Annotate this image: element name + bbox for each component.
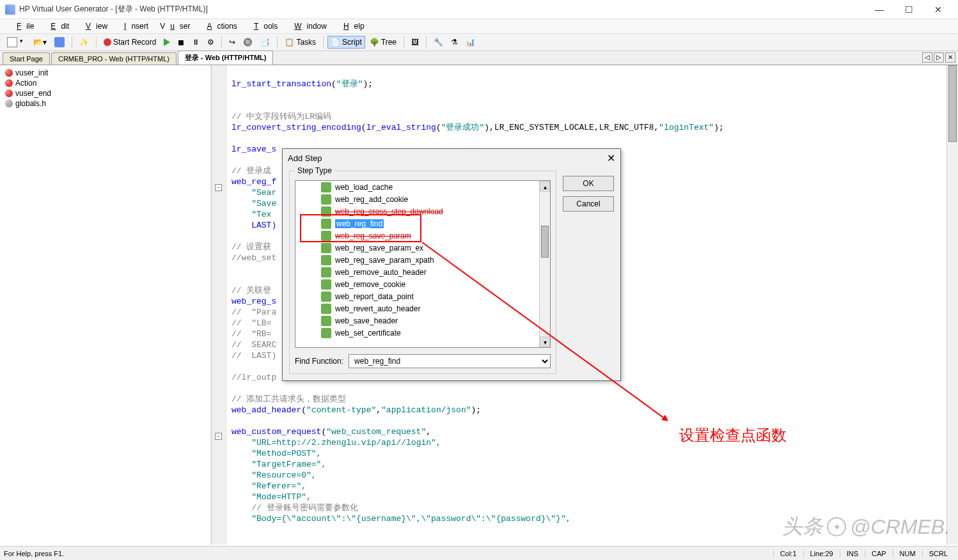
tree-item-globals[interactable]: globals.h: [3, 98, 208, 109]
wand-button[interactable]: ✨: [76, 36, 92, 49]
tool-2-button[interactable]: ⚗: [448, 36, 461, 49]
menu-insert[interactable]: Insert: [114, 20, 153, 32]
fold-icon[interactable]: −: [215, 184, 222, 191]
step-type-item[interactable]: web_reg_save_param: [295, 229, 550, 242]
new-script-button[interactable]: [4, 35, 29, 49]
status-help: For Help, press F1.: [4, 550, 773, 557]
tree-item-vuser-init[interactable]: vuser_init: [3, 68, 208, 78]
step-type-item[interactable]: web_load_cache: [295, 181, 550, 193]
tool-3-button[interactable]: 📊: [462, 36, 478, 49]
step-type-item[interactable]: web_set_certificate: [295, 327, 550, 339]
tasks-button[interactable]: 📋Tasks: [281, 36, 319, 49]
tab-start-page[interactable]: Start Page: [3, 52, 50, 65]
step-type-item[interactable]: web_save_header: [295, 315, 550, 327]
breakpoint-button[interactable]: 🔘: [240, 36, 256, 49]
menu-edit[interactable]: Edit: [40, 20, 74, 32]
function-icon: [321, 328, 331, 338]
script-view-button[interactable]: 📄Script: [327, 36, 365, 49]
status-num: NUM: [893, 550, 922, 557]
function-icon: [321, 219, 331, 229]
window-title: HP Virtual User Generator - [登录 - Web (H…: [19, 4, 865, 15]
maximize-button[interactable]: ☐: [894, 0, 923, 19]
watermark-icon: ✦: [827, 517, 846, 536]
step-type-label: Step Type: [295, 166, 334, 175]
tab-login[interactable]: 登录 - Web (HTTP/HTML): [178, 51, 274, 65]
menu-window[interactable]: Window: [284, 20, 332, 32]
add-step-dialog: Add Step ✕ Step Type web_load_cacheweb_r…: [282, 148, 621, 381]
ok-button[interactable]: OK: [563, 176, 614, 191]
status-cap: CAP: [865, 550, 893, 557]
tab-close-button[interactable]: ✕: [945, 52, 955, 63]
start-record-button[interactable]: Start Record: [100, 36, 159, 49]
dialog-close-button[interactable]: ✕: [607, 152, 615, 164]
save-button[interactable]: [51, 35, 68, 49]
toolbar: 📂▾ ✨ Start Record ◼ ⏸ ⚙ ↪ 🔘 📑 📋Tasks 📄Sc…: [0, 33, 958, 51]
tab-crmeb[interactable]: CRMEB_PRO - Web (HTTP/HTML): [51, 52, 177, 65]
step-type-list[interactable]: web_load_cacheweb_reg_add_cookieweb_reg_…: [295, 180, 551, 348]
step-type-item[interactable]: web_reg_find: [295, 217, 550, 229]
pause-button[interactable]: ⏸: [189, 36, 203, 49]
snapshot-button[interactable]: 🖼: [408, 36, 422, 49]
action-tree: vuser_init Action vuser_end globals.h: [0, 65, 212, 545]
fold-icon[interactable]: −: [215, 433, 222, 440]
list-scrollbar[interactable]: ▴ ▾: [539, 181, 550, 347]
watermark: 头条 ✦ @CRMEB.: [782, 513, 950, 541]
step-type-item[interactable]: web_revert_auto_header: [295, 302, 550, 315]
tab-prev-button[interactable]: ◁: [922, 52, 932, 63]
document-tabs: Start Page CRMEB_PRO - Web (HTTP/HTML) 登…: [0, 51, 958, 65]
menu-vuser[interactable]: Vuser: [155, 20, 195, 32]
scroll-down-button[interactable]: ▾: [540, 336, 550, 347]
annotation-text: 设置检查点函数: [679, 425, 787, 446]
function-icon: [321, 292, 331, 302]
step-type-item[interactable]: web_reg_add_cookie: [295, 193, 550, 205]
step-type-item[interactable]: web_report_data_point: [295, 290, 550, 302]
function-icon: [321, 231, 331, 241]
tree-item-vuser-end[interactable]: vuser_end: [3, 88, 208, 98]
status-ins: INS: [840, 550, 865, 557]
step-over-button[interactable]: ↪: [226, 36, 239, 49]
find-function-label: Find Function:: [295, 357, 343, 366]
status-line: Line:29: [803, 550, 840, 557]
compile-button[interactable]: ⚙: [204, 36, 217, 49]
minimize-button[interactable]: —: [865, 0, 894, 19]
function-icon: [321, 267, 331, 277]
status-col: Col:1: [773, 550, 803, 557]
play-button[interactable]: [161, 36, 173, 48]
function-icon: [321, 243, 331, 253]
function-icon: [321, 279, 331, 290]
menu-help[interactable]: Help: [333, 20, 370, 32]
step-type-group: Step Type web_load_cacheweb_reg_add_cook…: [289, 171, 556, 374]
step-type-item[interactable]: web_reg_save_param_xpath: [295, 254, 550, 266]
menu-tools[interactable]: Tools: [244, 20, 283, 32]
bookmark-button[interactable]: 📑: [257, 36, 273, 49]
step-type-item[interactable]: web_remove_auto_header: [295, 266, 550, 278]
vertical-scrollbar[interactable]: [946, 65, 958, 545]
function-icon: [321, 194, 331, 205]
function-icon: [321, 206, 331, 217]
scroll-up-button[interactable]: ▴: [540, 181, 550, 192]
menu-view[interactable]: View: [75, 20, 113, 32]
status-scrl: SCRL: [922, 550, 954, 557]
close-button[interactable]: ✕: [923, 0, 953, 19]
title-bar: HP Virtual User Generator - [登录 - Web (H…: [0, 0, 958, 19]
function-icon: [321, 182, 331, 192]
step-type-item[interactable]: web_reg_save_param_ex: [295, 242, 550, 254]
stop-button[interactable]: ◼: [175, 36, 187, 49]
app-icon: [5, 4, 15, 15]
menu-actions[interactable]: Actions: [197, 20, 242, 32]
tree-item-action[interactable]: Action: [3, 78, 208, 88]
tab-next-button[interactable]: ▷: [934, 52, 944, 63]
open-button[interactable]: 📂▾: [30, 36, 50, 49]
step-type-item[interactable]: web_remove_cookie: [295, 278, 550, 290]
cancel-button[interactable]: Cancel: [563, 196, 614, 212]
menu-file[interactable]: File: [6, 20, 39, 32]
gutter: − −: [212, 65, 226, 545]
dialog-title: Add Step: [288, 153, 322, 163]
function-icon: [321, 255, 331, 265]
tree-view-button[interactable]: 🌳Tree: [366, 36, 400, 49]
step-type-item[interactable]: web_reg_cross_step_download: [295, 205, 550, 217]
function-icon: [321, 304, 331, 314]
tool-1-button[interactable]: 🔧: [430, 36, 446, 49]
find-function-select[interactable]: web_reg_find: [349, 354, 551, 368]
function-icon: [321, 316, 331, 326]
